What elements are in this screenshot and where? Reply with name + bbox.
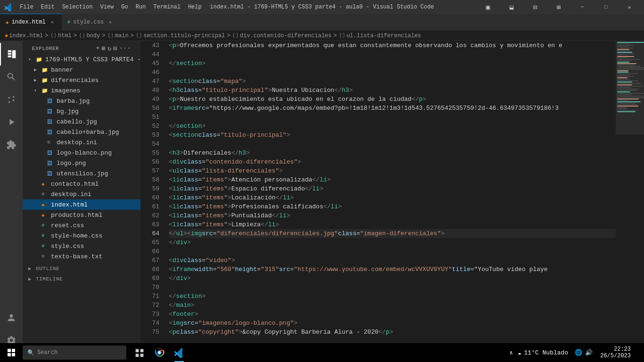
svg-rect-1 <box>8 53 11 55</box>
taskbar-vscode[interactable] <box>170 343 189 362</box>
sidebar-item-diferenciales[interactable]: ▶ 📁 diferenciales <box>23 75 140 85</box>
activity-search[interactable] <box>0 66 23 88</box>
sidebar-item-cabello-barba[interactable]: ▶ 🖼 cabello+barba.jpg <box>23 127 140 137</box>
taskbar: 🔍 Search <box>0 343 644 362</box>
tab-close-style[interactable]: ✕ <box>107 18 114 26</box>
menu-terminal[interactable]: Terminal <box>149 2 184 12</box>
breadcrumb-html-label[interactable]: html <box>58 33 72 39</box>
menu-selection[interactable]: Selection <box>58 2 97 12</box>
file-desktop-ini2-icon: ≡ <box>41 191 49 197</box>
sidebar-header-icons: + ⊞ ↻ ⊟ ··· <box>96 45 131 52</box>
minimize-button[interactable]: ─ <box>571 0 593 14</box>
breadcrumb-html[interactable]: ⟨⟩ <box>50 32 57 39</box>
sidebar-root-folder[interactable]: ▾ 📁 1769-HTML5 Y CSS3 PARTE4 - A... <box>23 54 140 65</box>
sidebar-label-barba: barba.jpg <box>57 98 90 105</box>
sidebar-item-utensilios[interactable]: ▶ 🖼 utensilios.jpg <box>23 168 140 179</box>
taskbar-search[interactable]: 🔍 Search <box>23 346 126 360</box>
sidebar-outline-label: OUTLINE <box>36 266 59 272</box>
customize-layout-icon[interactable]: ⊞ <box>548 0 570 14</box>
network-icon[interactable]: 🌐 <box>575 349 582 356</box>
maximize-button[interactable]: □ <box>595 0 617 14</box>
start-button[interactable] <box>2 343 21 362</box>
root-folder-label: 1769-HTML5 Y CSS3 PARTE4 - A... <box>45 56 140 63</box>
sidebar-item-desktop-ini-img[interactable]: ▶ ≡ desktop.ini <box>23 137 140 148</box>
sidebar-item-productos[interactable]: ▶ ◆ productos.html <box>23 210 140 220</box>
breadcrumb-main-icon: ⟨⟩ <box>107 32 114 39</box>
app-icon <box>4 2 13 12</box>
sidebar-timeline[interactable]: ▶ TIMELINE <box>23 274 140 284</box>
sidebar-item-desktop-ini[interactable]: ▶ ≡ desktop.ini <box>23 189 140 199</box>
clock-time: 22:23 <box>600 346 631 353</box>
sidebar-item-logo[interactable]: ▶ 🖼 logo.png <box>23 158 140 168</box>
taskbar-clock[interactable]: 22:23 26/5/2023 <box>597 345 634 360</box>
sidebar-item-bg[interactable]: ▶ 🖼 bg.jpg <box>23 106 140 116</box>
sidebar-item-imagenes[interactable]: ▾ 📁 imagenes <box>23 85 140 96</box>
close-button[interactable]: ✕ <box>619 0 640 14</box>
sidebar-item-barba[interactable]: ▶ 🖼 barba.jpg <box>23 96 140 106</box>
sidebar-item-reset[interactable]: ▶ # reset.css <box>23 220 140 230</box>
sidebar-item-style[interactable]: ▶ # style.css <box>23 241 140 251</box>
menu-view[interactable]: View <box>96 2 117 12</box>
code-editor[interactable]: <p>Ofrecemos profesionales experimentado… <box>164 41 616 352</box>
show-desktop[interactable] <box>636 343 638 362</box>
sidebar-header: EXPLORER + ⊞ ↻ ⊟ ··· <box>23 41 140 54</box>
menu-run[interactable]: Run <box>132 2 150 12</box>
sidebar-item-style-home[interactable]: ▶ # style-home.css <box>23 230 140 241</box>
sidebar-outline[interactable]: ▶ OUTLINE <box>23 263 140 274</box>
breadcrumb-main[interactable]: main <box>115 33 129 39</box>
systray[interactable]: ∧ <box>507 349 516 356</box>
tab-style-css[interactable]: # style.css ✕ <box>62 14 120 30</box>
menu-go[interactable]: Go <box>117 2 132 12</box>
menu-file[interactable]: File <box>16 2 37 12</box>
editor-area[interactable]: 4344454647484950515253545556575859606162… <box>140 41 644 352</box>
expand-systray-icon[interactable]: ∧ <box>510 349 513 356</box>
new-folder-icon[interactable]: ⊞ <box>102 45 106 52</box>
sidebar-item-banner[interactable]: ▶ 📁 banner <box>23 65 140 75</box>
tab-label-style: style.css <box>73 19 104 25</box>
sidebar-item-cabello[interactable]: ▶ 🖼 cabello.jpg <box>23 116 140 127</box>
menu-edit[interactable]: Edit <box>37 2 58 12</box>
menu-help[interactable]: Help <box>184 2 206 12</box>
css-file-icon: # <box>67 19 71 25</box>
breadcrumb-file[interactable]: index.html <box>9 33 43 39</box>
toggle-panel-icon[interactable]: ⬓ <box>501 0 522 14</box>
breadcrumb-section[interactable]: section.titulo-principal <box>143 33 225 39</box>
activity-explorer[interactable] <box>0 43 23 66</box>
breadcrumb-ul-icon: ⟨⟩ <box>339 32 345 39</box>
tab-close-index[interactable]: ✕ <box>49 18 56 26</box>
file-contacto-icon: ◆ <box>41 181 49 187</box>
sidebar-item-index[interactable]: ▶ ◆ index.html <box>23 199 140 210</box>
taskbar-chrome[interactable] <box>150 343 169 362</box>
breadcrumb-file-icon: ◆ <box>5 32 8 39</box>
breadcrumb-ul[interactable]: ul.lista-diferenciales <box>347 33 421 39</box>
file-utensilios-icon: 🖼 <box>47 171 55 177</box>
file-bg-icon: 🖼 <box>47 108 55 115</box>
folder-arrow-dif-icon: ▶ <box>34 77 40 83</box>
more-options-icon[interactable]: ··· <box>119 45 131 52</box>
split-editor-icon[interactable]: ⊟ <box>524 0 546 14</box>
activity-account[interactable] <box>0 306 23 329</box>
sidebar-item-texto[interactable]: ▶ ≡ texto-base.txt <box>23 251 140 262</box>
activity-run-debug[interactable] <box>0 111 23 133</box>
breadcrumb-body[interactable]: body <box>86 33 100 39</box>
sidebar-item-contacto[interactable]: ▶ ◆ contacto.html <box>23 179 140 189</box>
sidebar-label-desktop-ini: desktop.ini <box>51 191 91 198</box>
tab-index-html[interactable]: ◆ index.html ✕ <box>0 14 62 30</box>
collapse-all-icon[interactable]: ⊟ <box>114 45 117 52</box>
activity-extensions[interactable] <box>0 133 23 156</box>
toggle-sidebar-icon[interactable]: ▣ <box>477 0 499 14</box>
activity-source-control[interactable] <box>0 88 23 111</box>
refresh-icon[interactable]: ↻ <box>107 45 111 52</box>
vscode-window: File Edit Selection View Go Run Terminal… <box>0 0 644 362</box>
taskbar-taskview[interactable] <box>130 343 149 362</box>
new-file-icon[interactable]: + <box>96 45 99 52</box>
speaker-icon[interactable]: 🔊 <box>585 349 593 356</box>
sidebar-label-style: style.css <box>51 243 84 250</box>
sidebar: EXPLORER + ⊞ ↻ ⊟ ··· ▾ 📁 1769-HTML5 Y CS… <box>23 41 140 352</box>
breadcrumb-div[interactable]: div.contenido-diferenciales <box>240 33 331 39</box>
sidebar-item-logo-blanco[interactable]: ▶ 🖼 logo-blanco.png <box>23 148 140 158</box>
taskbar-system-icons: ☁ 11°C Nublado 🌐 🔊 <box>518 349 595 356</box>
sidebar-label-logo: logo.png <box>57 160 86 167</box>
svg-point-7 <box>158 351 161 354</box>
sidebar-label-index: index.html <box>51 201 88 208</box>
